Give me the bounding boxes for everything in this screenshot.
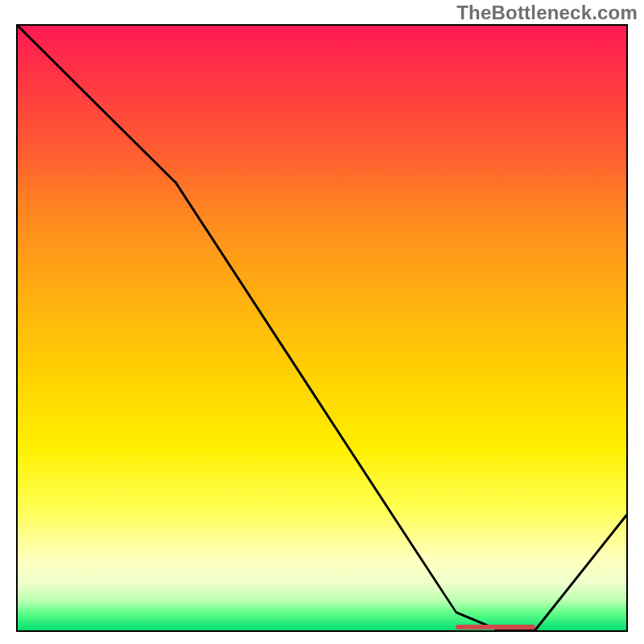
- bottleneck-curve: [18, 26, 626, 630]
- chart-container: TheBottleneck.com: [0, 0, 644, 644]
- optimum-marker: [456, 625, 535, 630]
- plot-area: [16, 24, 628, 632]
- watermark-text: TheBottleneck.com: [456, 2, 638, 24]
